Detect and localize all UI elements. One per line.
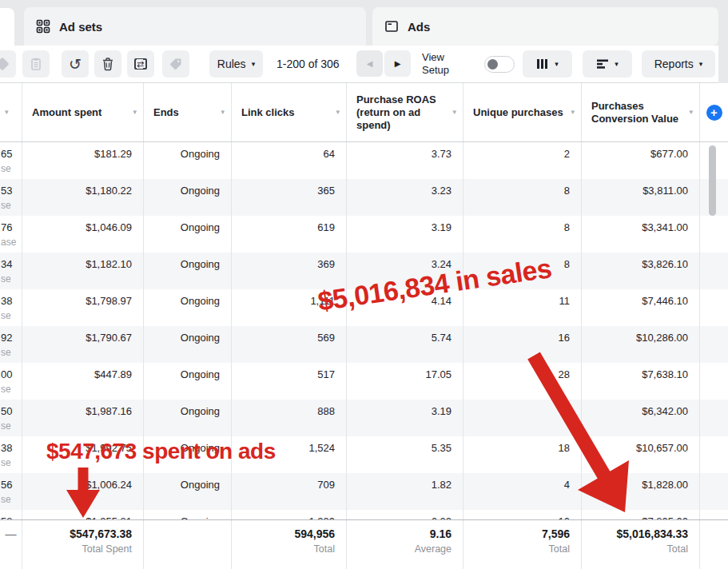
link-clicks-cell: 1,111 <box>232 289 347 326</box>
table-row[interactable]: 53se$1,180.22Ongoing3653.238$3,811.00 <box>0 179 728 216</box>
row-id-subtext: se <box>0 310 22 321</box>
ends-cell: Ongoing <box>144 142 232 179</box>
undo-button[interactable]: ↺ <box>62 50 89 78</box>
header-cell-purchases-conversion-value[interactable]: Purchases Conversion Value ▾ <box>582 83 700 141</box>
tab-ads[interactable]: Ads <box>372 7 718 46</box>
conversion-value-cell: $677.00 <box>582 142 700 179</box>
sort-caret-icon: ▾ <box>5 109 9 116</box>
table-body: 65se$181.29Ongoing643.732$677.0053se$1,1… <box>0 142 728 519</box>
rules-button[interactable]: Rules ▾ <box>209 50 263 78</box>
link-clicks-cell: 619 <box>232 216 347 253</box>
vertical-scrollbar[interactable] <box>709 145 716 216</box>
header-cell-name[interactable]: ▾ <box>0 83 22 141</box>
purchase-roas-cell: 5.74 <box>347 326 463 363</box>
footer-unique-purchases: 7,596 Total <box>463 520 582 569</box>
row-id-cell: 56se <box>0 473 22 510</box>
header-cell-amount-spent[interactable]: Amount spent ▾ <box>22 83 144 141</box>
tag-icon <box>169 57 183 71</box>
header-cell-purchase-roas[interactable]: Purchase ROAS (return on ad spend) ▾ <box>347 83 463 141</box>
row-id-partial: 65 <box>0 148 22 160</box>
unique-purchases-cell: 28 <box>463 363 582 400</box>
header-cell-ends[interactable]: Ends ▾ <box>144 83 232 141</box>
conversion-value-cell: $10,657.00 <box>582 436 700 473</box>
link-clicks-cell: 64 <box>232 142 347 179</box>
table-row[interactable]: 76ase$1,046.09Ongoing6193.198$3,341.00 <box>0 216 728 253</box>
row-scroll-gutter <box>700 436 728 473</box>
row-scroll-gutter <box>700 363 728 400</box>
conversion-value-cell: $1,828.00 <box>582 473 700 510</box>
tag-button[interactable] <box>162 50 189 78</box>
footer-dash: — <box>0 520 22 569</box>
link-clicks-cell: 709 <box>232 473 347 510</box>
breakdown-icon <box>596 58 609 70</box>
conversion-value-cell: $7,446.10 <box>582 289 700 326</box>
ends-cell: Ongoing <box>144 179 232 216</box>
purchase-roas-cell: 3.24 <box>347 253 463 289</box>
table-row[interactable]: 38se$1,992.75Ongoing1,5245.3518$10,657.0… <box>0 436 728 473</box>
chevron-down-icon: ▾ <box>555 61 559 68</box>
row-id-partial: 34 <box>0 258 22 270</box>
table-row[interactable]: 58$1,255.81Ongoing1,2396.2210$7,805.00 <box>0 510 728 519</box>
row-id-subtext: se <box>0 384 22 395</box>
footer-total-spent: $547,673.38 Total Spent <box>22 520 144 569</box>
sort-caret-icon: ▾ <box>452 109 456 116</box>
row-scroll-gutter <box>700 289 728 326</box>
link-clicks-cell: 517 <box>232 363 347 400</box>
amount-spent-cell: $447.89 <box>22 363 144 400</box>
conversion-value-cell: $7,638.10 <box>582 363 700 400</box>
add-column-button[interactable]: + <box>706 105 722 121</box>
purchase-roas-cell: 3.73 <box>347 142 463 179</box>
table-row[interactable]: 50se$1,987.16Ongoing8883.19$6,342.00 <box>0 400 728 436</box>
prev-arrow-icon: ◀ <box>367 60 373 68</box>
table-row[interactable]: 92se$1,790.67Ongoing5695.7416$10,286.00 <box>0 326 728 363</box>
table-row[interactable]: 34se$1,182.10Ongoing3693.248$3,826.10 <box>0 253 728 289</box>
row-scroll-gutter <box>700 326 728 363</box>
unique-purchases-cell: 2 <box>463 142 582 179</box>
table-row[interactable]: 38se$1,798.97Ongoing1,1114.1411$7,446.10 <box>0 289 728 326</box>
row-id-partial: 38 <box>0 442 22 454</box>
amount-spent-cell: $1,992.75 <box>22 436 144 473</box>
row-scroll-gutter <box>700 473 728 510</box>
footer-roas: 9.16 Average <box>347 520 463 569</box>
duplicate-button[interactable] <box>22 50 50 78</box>
purchase-roas-cell: 3.19 <box>347 216 463 253</box>
reports-button[interactable]: Reports ▾ <box>642 50 715 78</box>
unique-purchases-cell: 4 <box>463 473 582 510</box>
tab-ad-sets[interactable]: Ad sets <box>24 7 366 46</box>
view-setup-label: View Setup <box>422 51 460 77</box>
amount-spent-cell: $1,798.97 <box>22 289 144 326</box>
undo-icon: ↺ <box>69 57 82 72</box>
amount-spent-cell: $1,790.67 <box>22 326 144 363</box>
chevron-down-icon: ▾ <box>615 61 619 68</box>
table-row[interactable]: 56se$1,006.24Ongoing7091.824$1,828.00 <box>0 473 728 510</box>
prev-page-button[interactable]: ◀ <box>356 50 383 77</box>
header-cell-unique-purchases[interactable]: Unique purchases ▾ <box>463 83 582 141</box>
view-setup-toggle[interactable] <box>484 56 515 73</box>
columns-button[interactable]: ▾ <box>523 50 572 78</box>
amount-spent-cell: $1,180.22 <box>22 179 144 216</box>
edit-icon <box>0 58 9 71</box>
toolbar-right-gutter <box>718 0 728 83</box>
ads-icon <box>384 19 399 34</box>
row-id-subtext: se <box>0 494 22 505</box>
row-id-cell: 76ase <box>0 216 22 253</box>
row-id-cell: 38se <box>0 436 22 473</box>
row-scroll-gutter <box>700 400 728 436</box>
campaigns-tab-partial[interactable] <box>0 8 14 46</box>
purchase-roas-cell: 1.82 <box>347 473 463 510</box>
delete-button[interactable] <box>94 50 121 78</box>
row-id-cell: 50se <box>0 400 22 436</box>
total-spent-value: $547,673.38 <box>22 527 143 540</box>
footer-conversion-value: $5,016,834.33 Total <box>582 520 700 569</box>
ab-test-button[interactable]: ⇄ <box>127 50 154 78</box>
edit-button[interactable] <box>0 50 16 78</box>
row-id-subtext: se <box>0 273 22 284</box>
row-id-subtext: se <box>0 200 22 211</box>
table-row[interactable]: 00se$447.89Ongoing51717.0528$7,638.10 <box>0 363 728 400</box>
next-page-button[interactable]: ▶ <box>384 50 411 77</box>
breakdown-button[interactable]: ▾ <box>583 50 632 78</box>
header-cell-link-clicks[interactable]: Link clicks ▾ <box>232 83 347 141</box>
ends-cell: Ongoing <box>144 510 232 519</box>
table-row[interactable]: 65se$181.29Ongoing643.732$677.00 <box>0 142 728 179</box>
unique-purchases-cell: 16 <box>463 326 582 363</box>
